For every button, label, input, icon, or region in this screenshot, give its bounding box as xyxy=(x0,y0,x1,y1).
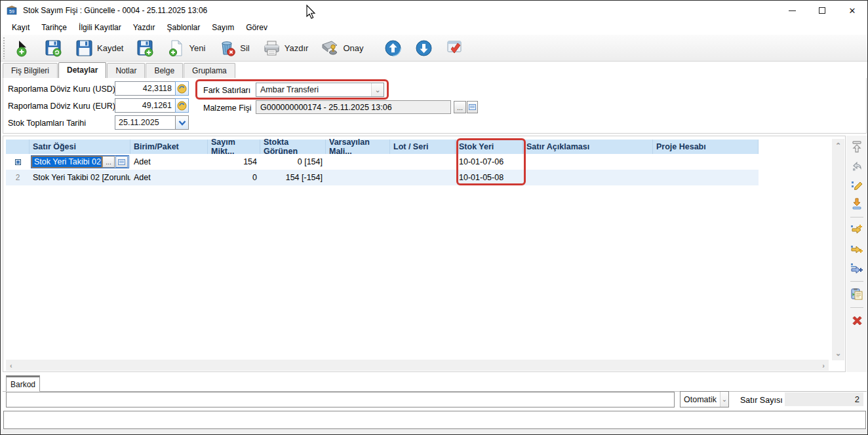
row-1-birim[interactable]: Adet xyxy=(130,154,208,170)
fark-satirlari-select[interactable]: Ambar Transferi ⌄ xyxy=(256,83,384,97)
stok-toplam-date-input[interactable]: 25.11.2025 xyxy=(115,115,176,130)
bottom-entry-input[interactable] xyxy=(3,411,866,429)
menu-sablonlar[interactable]: Şablonlar xyxy=(161,21,207,34)
move-up-button[interactable] xyxy=(380,37,406,59)
tab-barkod[interactable]: Barkod xyxy=(6,375,40,392)
grid-header-varsayilan-maliyet[interactable]: Varsayılan Mali... xyxy=(326,140,390,154)
barkod-mode-select[interactable]: Otomatik ⌄ xyxy=(680,391,729,407)
stok-toplam-date-dropdown[interactable] xyxy=(175,115,189,130)
row-2-aciklama[interactable] xyxy=(523,170,653,185)
malzeme-fisi-detail-button[interactable] xyxy=(467,101,478,113)
grid-header-birim-paket[interactable]: Birim/Paket xyxy=(130,140,208,154)
toolbar-grip[interactable] xyxy=(3,37,6,59)
row-1-stok-yeri[interactable]: 10-01-07-06 xyxy=(456,154,523,170)
satir-ogesi-browse-button[interactable]: ... xyxy=(102,156,115,168)
svg-text:59: 59 xyxy=(9,9,14,14)
row-1-selector[interactable] xyxy=(6,154,30,170)
barkod-input[interactable] xyxy=(6,392,675,407)
menu-gorev[interactable]: Görev xyxy=(240,21,273,34)
menu-sayim[interactable]: Sayım xyxy=(206,21,240,34)
undo-line-button[interactable] xyxy=(850,159,864,173)
insert-line-after-button[interactable] xyxy=(850,242,864,256)
confirm-window-button[interactable] xyxy=(442,37,467,59)
add-pointer-button[interactable] xyxy=(10,37,35,59)
print-button[interactable]: Yazdır xyxy=(259,37,313,59)
delete-line-button[interactable] xyxy=(850,313,864,328)
tab-detaylar[interactable]: Detaylar xyxy=(58,62,106,79)
scroll-down-icon[interactable]: ⌄ xyxy=(835,348,841,359)
row-2-varsayilan[interactable] xyxy=(326,170,390,185)
grid-header-proje-hesabi[interactable]: Proje Hesabı xyxy=(653,140,759,154)
close-button[interactable]: ✕ xyxy=(837,1,867,20)
row-2-stokta[interactable]: 154 [-154] xyxy=(260,170,326,185)
horizontal-scrollbar[interactable]: ‹ › xyxy=(6,360,829,371)
tab-fis-bilgileri[interactable]: Fiş Bilgileri xyxy=(3,63,58,78)
satir-ogesi-detail-button[interactable] xyxy=(115,156,128,168)
menu-yazdir[interactable]: Yazdır xyxy=(127,21,161,34)
scroll-up-icon[interactable]: ⌃ xyxy=(835,140,841,151)
eur-rate-input[interactable]: 49,1261 xyxy=(115,98,176,113)
print-label: Yazdır xyxy=(285,43,309,53)
row-1-lot[interactable] xyxy=(390,154,456,170)
tab-belge[interactable]: Belge xyxy=(146,63,183,78)
coin-icon xyxy=(177,101,187,111)
menu-kayit[interactable]: Kayıt xyxy=(6,21,35,34)
row-1-aciklama[interactable] xyxy=(523,154,653,170)
scroll-right-icon[interactable]: › xyxy=(818,362,829,369)
satir-ogesi-edit-cell[interactable]: Stok Yeri Takibi 02 ... xyxy=(31,155,129,168)
tab-gruplama[interactable]: Gruplama xyxy=(184,63,235,78)
row-2-selector[interactable]: 2 xyxy=(6,170,30,185)
grid-header-lot-seri[interactable]: Lot / Seri xyxy=(390,140,456,154)
save-button[interactable]: Kaydet xyxy=(71,37,127,59)
new-label: Yeni xyxy=(189,43,205,53)
menu-ilgili-kayitlar[interactable]: İlgili Kayıtlar xyxy=(73,21,127,34)
tab-notlar[interactable]: Notlar xyxy=(107,63,145,78)
save-refresh-button[interactable] xyxy=(41,37,66,59)
eur-rate-currency-button[interactable] xyxy=(175,98,189,113)
scroll-left-icon[interactable]: ‹ xyxy=(6,362,16,369)
clipboard-paste-icon xyxy=(850,288,863,301)
edit-line-button[interactable] xyxy=(850,178,864,192)
grid-header-satir-aciklamasi[interactable]: Satır Açıklaması xyxy=(523,140,653,154)
row-2-sayim[interactable]: 0 xyxy=(208,170,260,185)
row-1-sayim[interactable]: 154 xyxy=(208,154,260,170)
fark-satirlari-value: Ambar Transferi xyxy=(256,85,371,94)
usd-rate-currency-button[interactable] xyxy=(175,81,189,96)
save-add-button[interactable] xyxy=(132,37,158,59)
row-2-proje[interactable] xyxy=(653,170,759,185)
minimize-button[interactable] xyxy=(777,1,807,20)
grid-header-satir-ogesi[interactable]: Satır Öğesi xyxy=(30,140,130,154)
grid-header-sayim-miktari[interactable]: Sayım Mikt... xyxy=(208,140,260,154)
row-2-lot[interactable] xyxy=(390,170,456,185)
printer-icon xyxy=(263,39,281,57)
grid-header-stokta-gorunen[interactable]: Stokta Görünen xyxy=(260,140,326,154)
row-2-birim[interactable]: Adet xyxy=(130,170,208,185)
delete-button[interactable]: Sil xyxy=(214,37,253,59)
usd-rate-input[interactable]: 42,3118 xyxy=(115,81,176,96)
row-2-satir-ogesi[interactable]: Stok Yeri Takibi 02 [Zorunlu] xyxy=(30,170,130,185)
malzeme-fisi-browse-button[interactable]: ... xyxy=(454,101,466,113)
menu-tarihce[interactable]: Tarihçe xyxy=(35,21,73,34)
maximize-button[interactable] xyxy=(807,1,837,20)
paste-lines-button[interactable] xyxy=(850,287,864,301)
grid-row-1[interactable]: Stok Yeri Takibi 02 ... Adet 154 0 [154]… xyxy=(6,154,759,170)
approve-button[interactable]: Onay xyxy=(317,37,367,59)
row-1-satir-ogesi-cell[interactable]: Stok Yeri Takibi 02 ... xyxy=(30,154,130,170)
satir-ogesi-edit-value[interactable]: Stok Yeri Takibi 02 xyxy=(32,157,102,167)
move-line-top-button[interactable] xyxy=(850,140,864,154)
grid-row-2[interactable]: 2 Stok Yeri Takibi 02 [Zorunlu] Adet 0 1… xyxy=(6,170,759,185)
row-2-stok-yeri[interactable]: 10-01-05-08 xyxy=(456,170,523,185)
grid-header-selector[interactable] xyxy=(6,140,30,154)
row-2-number: 2 xyxy=(16,173,20,182)
vertical-scrollbar[interactable]: ⌃ ⌄ xyxy=(832,139,844,360)
new-button[interactable]: Yeni xyxy=(163,37,209,59)
move-line-bottom-button[interactable] xyxy=(850,197,864,211)
insert-detail-line-button[interactable] xyxy=(850,261,864,275)
row-1-varsayilan[interactable] xyxy=(326,154,390,170)
insert-line-button[interactable] xyxy=(850,223,864,237)
grid-header-stok-yeri[interactable]: Stok Yeri xyxy=(456,140,523,154)
move-down-button[interactable] xyxy=(411,37,437,59)
row-1-stokta[interactable]: 0 [154] xyxy=(260,154,326,170)
malzeme-fisi-field: G000000000174 - 25.11.2025 13:06 xyxy=(256,100,451,114)
row-1-proje[interactable] xyxy=(653,154,759,170)
